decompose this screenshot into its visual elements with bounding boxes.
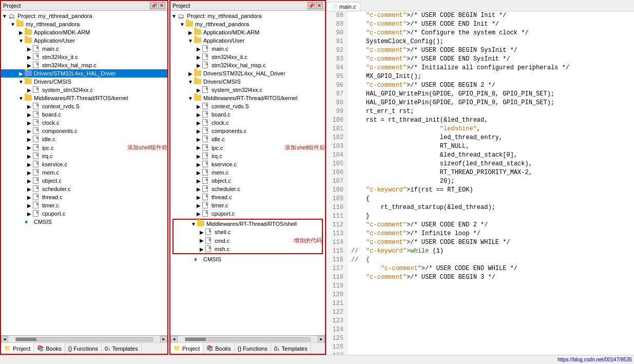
left-scheduler-c[interactable]: ▶ scheduler.c (1, 185, 167, 193)
right-stm32-hal-msp[interactable]: ▶ stm32l4xx_hal_msp.c (170, 61, 325, 69)
right-stm32-it[interactable]: ▶ stm32l4xx_it.c (170, 53, 325, 61)
right-app-mdk[interactable]: ▶ Application/MDK-ARM (170, 28, 325, 36)
left-drivers-hal[interactable]: ▶ Drivers/STM32L4xx_HAL_Driver (1, 69, 167, 78)
left-mem-c[interactable]: ▶ mem.c (1, 168, 167, 177)
left-system-stm32[interactable]: ▶ system_stm32l4xx.c (1, 86, 167, 94)
right-root-project[interactable]: ▼ 🗂 Project: my_rtthread_pandora (170, 12, 325, 20)
left-system-stm32-expand[interactable]: ▶ (26, 87, 33, 93)
right-object-c[interactable]: ▶ object.c (170, 177, 325, 185)
left-timer-c[interactable]: ▶ timer.c (1, 201, 167, 209)
left-panel-pin-button[interactable]: 📌 (150, 2, 157, 9)
left-mw-rtos[interactable]: ▼ Middlewares/RT-Thread/RTOS/kernel (1, 94, 167, 102)
right-main-c[interactable]: ▶ main.c (170, 45, 325, 53)
left-main-c[interactable]: ▶ main.c (1, 45, 167, 53)
right-tab-project[interactable]: 📁 Project (170, 343, 203, 354)
left-idle-c[interactable]: ▶ idle.c (1, 135, 167, 143)
line-number: 100 (330, 116, 343, 125)
right-root-folder-expand[interactable]: ▼ (179, 22, 186, 27)
left-thread-c[interactable]: ▶ thread.c (1, 193, 167, 201)
right-timer-c[interactable]: ▶ timer.c (170, 201, 325, 209)
right-context-rvds-icon (202, 103, 210, 110)
right-idle-c-icon (202, 136, 210, 143)
left-drivers-cmsis[interactable]: ▼ Drivers/CMSIS (1, 78, 167, 86)
right-clock-c[interactable]: ▶ clock.c (170, 119, 325, 127)
code-tab-main-c[interactable]: 📄 main.c (326, 2, 360, 11)
right-idle-c[interactable]: ▶ idle.c (170, 135, 325, 143)
main-container: Project 📌 ✕ ▼ 🗂 Project: my_rtthread_pan… (0, 0, 634, 355)
left-stm32-hal-msp-expand[interactable]: ▶ (26, 63, 33, 68)
left-panel-scrollbar[interactable]: ◀ ▶ (1, 335, 167, 342)
right-shell-c[interactable]: ▶ shell.c (174, 228, 322, 236)
right-irq-c[interactable]: ▶ irq.c (170, 152, 325, 160)
right-board-c[interactable]: ▶ board.c (170, 110, 325, 119)
right-msh-c[interactable]: ▶ msh.c (174, 245, 322, 253)
right-cpuport-c[interactable]: ▶ cpuport.c (170, 209, 325, 218)
code-lines[interactable]: "c-comment">/* USER CODE BEGIN Init */ "… (347, 11, 634, 355)
right-tab-templates[interactable]: 0↓ Templates (271, 343, 311, 354)
right-cmsis[interactable]: ♦ CMSIS (170, 255, 325, 263)
left-panel-close-button[interactable]: ✕ (158, 2, 165, 9)
right-ipc-c[interactable]: ▶ ipc.c 添加shell组件后 (170, 143, 325, 152)
left-context-rvds[interactable]: ▶ context_rvds.S (1, 102, 167, 110)
left-cpuport-c[interactable]: ▶ cpuport.c (1, 209, 167, 218)
left-components-c[interactable]: ▶ components.c (1, 127, 167, 135)
left-root-project[interactable]: ▼ 🗂 Project: my_rtthread_pandora (1, 12, 167, 20)
right-tab-books[interactable]: 📚 Books (203, 343, 235, 354)
left-kservice-c[interactable]: ▶ kservice.c (1, 160, 167, 168)
left-object-c[interactable]: ▶ object.c (1, 177, 167, 185)
left-stm32-hal-msp[interactable]: ▶ stm32l4xx_hal_msp.c (1, 61, 167, 69)
right-components-c[interactable]: ▶ components.c (170, 127, 325, 135)
right-scroll-track[interactable] (185, 337, 311, 341)
left-board-c-icon (33, 111, 41, 118)
left-root-folder[interactable]: ▼ my_rtthread_pandora (1, 20, 167, 28)
right-scroll-left[interactable]: ◀ (170, 336, 178, 343)
right-tab-functions[interactable]: {} Functions (235, 343, 271, 354)
left-app-mdk-expand[interactable]: ▶ (17, 30, 25, 35)
left-stm32-it-expand[interactable]: ▶ (26, 54, 33, 60)
left-scroll-track[interactable] (15, 337, 153, 341)
right-panel-scrollbar[interactable]: ◀ ▶ (170, 335, 325, 342)
right-scroll-thumb[interactable] (185, 338, 206, 341)
left-cmsis[interactable]: ♦ CMSIS (1, 218, 167, 226)
right-kservice-c[interactable]: ▶ kservice.c (170, 160, 325, 168)
left-app-user[interactable]: ▼ Application/User (1, 36, 167, 45)
right-cmd-c[interactable]: ▶ cmd.c 增加的代码 (174, 236, 322, 245)
right-root-folder[interactable]: ▼ my_rtthread_pandora (170, 20, 325, 28)
left-ipc-c[interactable]: ▶ ipc.c 添加shell组件前 (1, 143, 167, 152)
right-system-stm32[interactable]: ▶ system_stm32l4xx.c (170, 86, 325, 94)
left-tab-functions[interactable]: {} Functions (65, 343, 102, 354)
right-panel-close-button[interactable]: ✕ (316, 2, 323, 9)
left-tab-project[interactable]: 📁 Project (1, 343, 34, 354)
right-panel-pin-button[interactable]: 📌 (308, 2, 315, 9)
right-tab-bar: 📁 Project 📚 Books {} Functions 0↓ Templa… (170, 342, 325, 354)
right-context-rvds[interactable]: ▶ context_rvds.S (170, 102, 325, 110)
left-board-c[interactable]: ▶ board.c (1, 110, 167, 119)
left-root-expand[interactable]: ▼ (1, 13, 8, 19)
right-thread-c[interactable]: ▶ thread.c (170, 193, 325, 201)
left-main-c-expand[interactable]: ▶ (26, 46, 33, 52)
right-root-expand[interactable]: ▼ (170, 13, 178, 19)
left-irq-c[interactable]: ▶ irq.c (1, 152, 167, 160)
left-mw-rtos-expand[interactable]: ▼ (17, 95, 25, 101)
left-scroll-left[interactable]: ◀ (1, 336, 8, 343)
right-shell-folder[interactable]: ▼ Middlewares/RT-Thread/RTOS/shell (174, 220, 322, 228)
left-drivers-hal-expand[interactable]: ▶ (17, 71, 25, 76)
right-mw-rtos[interactable]: ▼ Middlewares/RT-Thread/RTOS/kernel (170, 94, 325, 102)
left-scroll-thumb[interactable] (16, 338, 36, 341)
left-drivers-cmsis-expand[interactable]: ▼ (17, 79, 25, 85)
right-mem-c[interactable]: ▶ mem.c (170, 168, 325, 177)
left-scroll-right[interactable]: ▶ (160, 336, 167, 343)
left-app-mdk[interactable]: ▶ Application/MDK-ARM (1, 28, 167, 36)
left-root-folder-icon (16, 21, 25, 28)
left-clock-c[interactable]: ▶ clock.c (1, 119, 167, 127)
left-tab-books[interactable]: 📚 Books (34, 343, 65, 354)
right-drivers-hal[interactable]: ▶ Drivers/STM32L4xx_HAL_Driver (170, 69, 325, 78)
right-app-user[interactable]: ▼ Application/User (170, 36, 325, 45)
left-tab-templates[interactable]: 0↓ Templates (102, 343, 142, 354)
right-scheduler-c[interactable]: ▶ scheduler.c (170, 185, 325, 193)
left-stm32-it[interactable]: ▶ stm32l4xx_it.c (1, 53, 167, 61)
left-root-folder-expand[interactable]: ▼ (9, 22, 16, 27)
left-app-user-expand[interactable]: ▼ (17, 38, 25, 44)
right-scroll-right[interactable]: ▶ (318, 336, 325, 343)
right-drivers-cmsis[interactable]: ▼ Drivers/CMSIS (170, 78, 325, 86)
